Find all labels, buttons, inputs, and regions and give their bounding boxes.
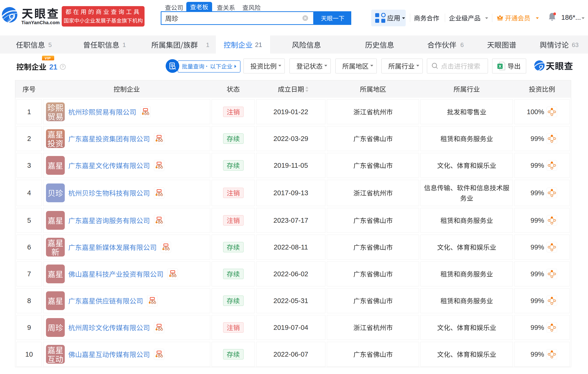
svg-text:?: ?: [62, 65, 63, 69]
